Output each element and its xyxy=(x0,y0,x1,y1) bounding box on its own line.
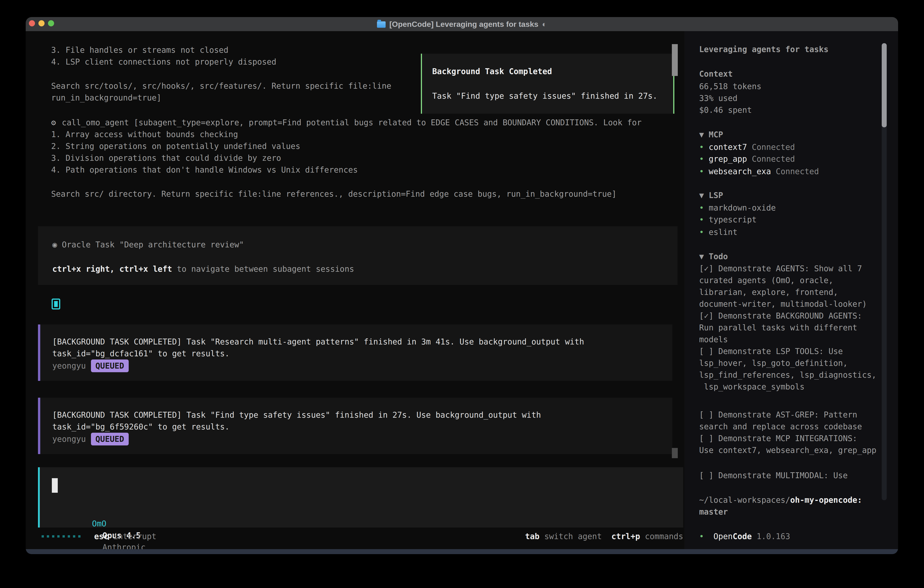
traffic-lights xyxy=(29,20,54,26)
todo-item-done: models xyxy=(699,334,728,345)
notification-body: Task "Find type safety issues" finished … xyxy=(432,91,657,101)
esc-key-label: interrupt xyxy=(109,532,157,541)
todo-item-active: lsp_workspace_symbols xyxy=(699,381,805,393)
version-line: •OpenCode 1.0.163 xyxy=(699,530,790,542)
ctrlp-key-label: commands xyxy=(640,532,683,541)
todo-item-done: curated agents (OmO, oracle, xyxy=(699,274,833,286)
transcript-line: 1. Array access without bounds checking xyxy=(51,129,238,140)
task-message-box: [BACKGROUND TASK COMPLETED] Task "Resear… xyxy=(38,324,672,381)
todo-item-done: Run parallel tasks with different xyxy=(699,322,857,334)
transcript-line: 2. String operations on potentially unde… xyxy=(51,140,300,152)
tool-call-text: call_omo_agent [subagent_type=explore, p… xyxy=(62,118,642,127)
transcript-line: 3. Division operations that could divide… xyxy=(51,152,281,164)
bullet-icon: • xyxy=(699,167,704,176)
tool-call-line: ⚙call_omo_agent [subagent_type=explore, … xyxy=(51,117,642,129)
context-spent: $0.46 spent xyxy=(699,104,752,116)
context-heading: Context xyxy=(699,68,733,80)
close-button[interactable] xyxy=(29,20,35,26)
maximize-button[interactable] xyxy=(48,20,54,26)
task-meta-row: yeongyuQUEUED xyxy=(52,433,129,446)
task-meta-row: yeongyuQUEUED xyxy=(52,360,129,372)
todo-item-active: [ ] Demonstrate LSP TOOLS: Use xyxy=(699,345,843,357)
todo-item-pending: [ ] Demonstrate MULTIMODAL: Use xyxy=(699,469,848,481)
tab-key-hint: tab xyxy=(525,532,540,541)
task-user: yeongyu xyxy=(52,361,86,370)
statusbar-gap xyxy=(602,532,611,541)
mcp-item: •context7 Connected xyxy=(699,141,795,153)
task-user: yeongyu xyxy=(52,434,86,444)
bullet-icon: • xyxy=(699,215,704,224)
todo-item-pending: [ ] Demonstrate MCP INTEGRATIONS: xyxy=(699,433,857,444)
transcript-line: Search src/tools/, src/hooks/, src/featu… xyxy=(51,80,391,92)
todo-item-active: lsp_hover, lsp_goto_definition, xyxy=(699,357,848,369)
oracle-hint-text: to navigate between subagent sessions xyxy=(172,264,354,274)
bullet-icon: • xyxy=(699,154,704,164)
main-scrollbar-thumb-lower[interactable] xyxy=(672,448,678,458)
todo-item-active: lsp_find_references, lsp_diagnostics, xyxy=(699,369,876,381)
lsp-item: •markdown-oxide xyxy=(699,202,776,214)
agent-icon xyxy=(52,299,60,309)
todo-item-pending: search and replace across codebase xyxy=(699,421,862,433)
todo-item-done: [✓] Demonstrate BACKGROUND AGENTS: xyxy=(699,310,862,322)
prompt-input[interactable]: OmO Opus 4.5 Anthropic xyxy=(38,467,683,527)
bullet-icon: • xyxy=(699,142,704,152)
chevron-down-icon: ▼ xyxy=(699,191,704,200)
task-line1: [BACKGROUND TASK COMPLETED] Task "Find t… xyxy=(52,409,541,421)
folder-icon xyxy=(377,21,386,28)
status-badge: QUEUED xyxy=(91,433,129,446)
bullet-icon: • xyxy=(699,203,704,212)
minimize-button[interactable] xyxy=(38,20,45,26)
input-agent: OmO xyxy=(92,519,106,528)
oracle-hint-keys: ctrl+x right, ctrl+x left xyxy=(52,264,172,274)
background-task-notification: Background Task Completed Task "Find typ… xyxy=(421,54,674,114)
todo-item-done: librarian, explore, frontend, xyxy=(699,286,838,298)
statusbar-right: tab switch agent ctrl+p commands xyxy=(525,530,683,542)
half-moon-icon: ◐ xyxy=(542,20,547,29)
window-title-group: [OpenCode] Leveraging agents for tasks ◐ xyxy=(377,20,546,29)
transcript-line: 4. Path operations that don't handle Win… xyxy=(51,164,358,176)
opencode-window: [OpenCode] Leveraging agents for tasks ◐… xyxy=(26,17,898,554)
bullet-icon: • xyxy=(699,532,704,541)
text-cursor xyxy=(52,478,58,493)
todo-item-pending: Use context7, websearch_exa, grep_app xyxy=(699,444,876,456)
statusbar-left: esc interrupt xyxy=(41,530,157,542)
mcp-item: •grep_app Connected xyxy=(699,153,795,165)
mcp-item: •websearch_exa Connected xyxy=(699,165,819,177)
task-line2: task_id="bg_dcfac161" to get results. xyxy=(52,348,229,360)
workspace-branch: master xyxy=(699,506,728,518)
todo-item-done: [✓] Demonstrate AGENTS: Show all 7 xyxy=(699,263,862,274)
chevron-down-icon: ▼ xyxy=(699,130,704,139)
oracle-title: Oracle Task "Deep architecture review" xyxy=(62,240,244,249)
transcript-line: 3. File handles or streams not closed xyxy=(51,44,228,56)
oracle-task-box: ◉Oracle Task "Deep architecture review" … xyxy=(38,226,678,285)
todo-section-header: ▼Todo xyxy=(699,251,728,263)
task-line2: task_id="bg_6f59260c" to get results. xyxy=(52,421,229,433)
input-footer: OmO Opus 4.5 Anthropic xyxy=(54,506,145,554)
transcript-line: run_in_background=true] xyxy=(51,92,162,104)
sidebar: Leveraging agents for tasks Context 66,5… xyxy=(684,31,898,549)
session-title: Leveraging agents for tasks xyxy=(699,43,828,55)
transcript-line: Search src/ directory. Return specific f… xyxy=(51,188,616,200)
ctrlp-key-hint: ctrl+p xyxy=(611,532,640,541)
titlebar: [OpenCode] Leveraging agents for tasks ◐ xyxy=(26,17,898,31)
task-line1: [BACKGROUND TASK COMPLETED] Task "Resear… xyxy=(52,336,584,348)
oracle-icon: ◉ xyxy=(52,240,57,249)
main-scrollbar-thumb[interactable] xyxy=(672,44,678,76)
todo-item-done: document-writer, multimodal-looker) xyxy=(699,298,867,310)
gear-icon: ⚙ xyxy=(51,118,56,127)
context-used: 33% used xyxy=(699,92,738,104)
window-footer-bar xyxy=(26,549,898,554)
lsp-item: •eslint xyxy=(699,226,738,238)
lsp-section-header: ▼LSP xyxy=(699,189,723,201)
mcp-section-header: ▼MCP xyxy=(699,129,723,140)
oracle-title-line: ◉Oracle Task "Deep architecture review" xyxy=(52,239,244,251)
window-title: [OpenCode] Leveraging agents for tasks xyxy=(389,20,538,29)
context-tokens: 66,518 tokens xyxy=(699,81,761,92)
task-message-box: [BACKGROUND TASK COMPLETED] Task "Find t… xyxy=(38,398,672,454)
spinner-icon xyxy=(41,535,81,537)
bullet-icon: • xyxy=(699,228,704,237)
workspace-path: ~/local-workspaces/oh-my-opencode: xyxy=(699,494,862,506)
sidebar-scrollbar-thumb[interactable] xyxy=(882,43,887,127)
esc-key-hint: esc xyxy=(94,532,109,541)
oracle-hint-line: ctrl+x right, ctrl+x left to navigate be… xyxy=(52,263,354,275)
